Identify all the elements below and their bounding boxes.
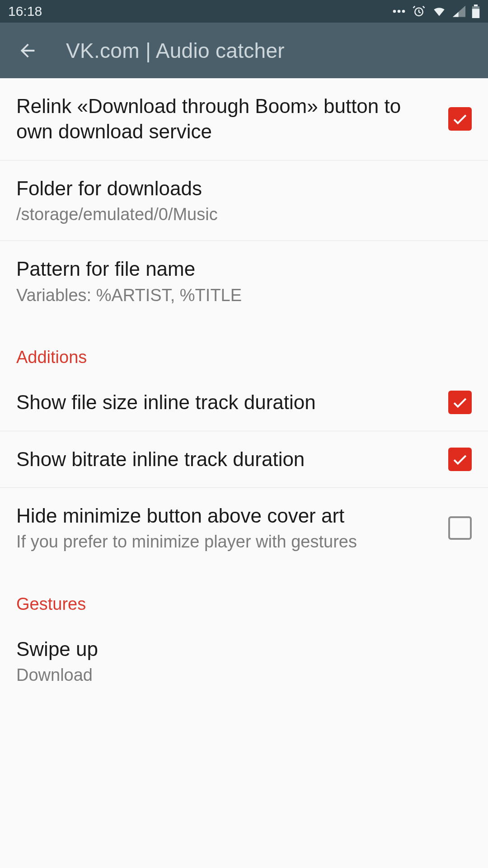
more-icon [392,9,406,14]
hide-minimize-sub: If you prefer to minimize player with ge… [16,531,437,553]
status-bar: 16:18 [0,0,488,23]
hide-minimize-label: Hide minimize button above cover art [16,503,437,528]
settings-list: Relink «Download through Boom» button to… [0,78,488,691]
check-icon [451,451,469,468]
svg-point-2 [402,10,405,13]
arrow-back-icon [17,40,38,61]
show-bitrate-checkbox[interactable] [448,448,472,471]
cell-icon [453,5,465,17]
wifi-icon [432,5,446,17]
check-icon [451,110,469,127]
check-icon [451,394,469,411]
hide-minimize-checkbox[interactable] [448,516,472,540]
alarm-icon [412,5,426,18]
show-bitrate-item[interactable]: Show bitrate inline track duration [0,431,488,488]
svg-rect-3 [474,5,478,6]
pattern-item[interactable]: Pattern for file name Variables: %ARTIST… [0,241,488,321]
folder-label: Folder for downloads [16,176,461,201]
back-button[interactable] [16,39,39,62]
status-time: 16:18 [8,4,42,19]
hide-minimize-item[interactable]: Hide minimize button above cover art If … [0,488,488,568]
relink-boom-checkbox[interactable] [448,107,472,131]
folder-value: /storage/emulated/0/Music [16,204,461,226]
swipe-up-item[interactable]: Swipe up Download [0,621,488,691]
folder-item[interactable]: Folder for downloads /storage/emulated/0… [0,160,488,241]
section-additions: Additions [0,321,488,374]
swipe-up-label: Swipe up [16,637,461,662]
battery-icon [472,5,480,18]
app-bar: VK.com | Audio catcher [0,23,488,78]
swipe-up-value: Download [16,665,461,686]
section-gestures: Gestures [0,568,488,621]
svg-rect-5 [472,9,479,18]
show-filesize-checkbox[interactable] [448,391,472,414]
show-filesize-item[interactable]: Show file size inline track duration [0,374,488,431]
status-right-icons [392,5,480,18]
pattern-value: Variables: %ARTIST, %TITLE [16,285,461,307]
show-bitrate-label: Show bitrate inline track duration [16,447,437,472]
pattern-label: Pattern for file name [16,256,461,282]
svg-point-1 [398,10,401,13]
relink-boom-item[interactable]: Relink «Download through Boom» button to… [0,78,488,160]
app-bar-title: VK.com | Audio catcher [66,38,285,63]
relink-boom-label: Relink «Download through Boom» button to… [16,94,437,145]
show-filesize-label: Show file size inline track duration [16,390,437,415]
svg-point-0 [393,10,396,13]
